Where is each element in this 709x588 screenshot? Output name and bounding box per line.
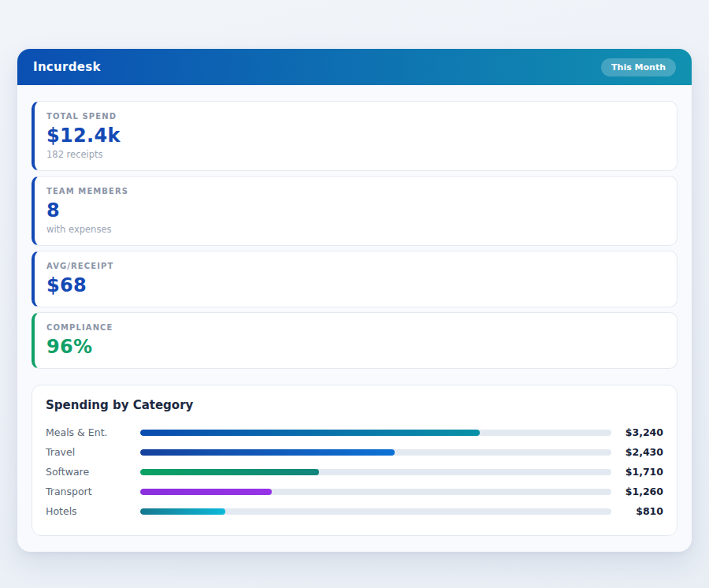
app-title: Incurdesk: [33, 60, 101, 74]
dashboard-panel: Incurdesk This Month TOTAL SPEND $12.4k …: [17, 49, 692, 552]
stat-card-team-members: TEAM MEMBERS 8 with expenses: [32, 176, 677, 246]
bar-fill: [140, 489, 272, 495]
stat-value: $12.4k: [46, 125, 663, 147]
chart-row-software: Software $1,710: [46, 462, 663, 482]
chart-row-hotels: Hotels $810: [46, 501, 663, 521]
stat-value: $68: [46, 274, 663, 296]
stat-card-compliance: COMPLIANCE 96%: [32, 312, 677, 369]
category-value: $2,430: [611, 446, 663, 458]
stat-value: 96%: [46, 336, 663, 358]
category-label: Meals & Ent.: [46, 426, 140, 438]
category-label: Transport: [46, 486, 140, 497]
spending-by-category-chart: Spending by Category Meals & Ent. $3,240…: [32, 385, 677, 536]
stat-label: AVG/RECEIPT: [46, 262, 663, 270]
bar-fill: [140, 469, 319, 475]
bar-fill: [140, 508, 225, 515]
stat-sub: 182 receipts: [46, 149, 663, 160]
stat-sub: with expenses: [46, 224, 663, 235]
chart-row-meals: Meals & Ent. $3,240: [46, 422, 663, 442]
bar-fill: [140, 449, 395, 456]
category-value: $1,260: [611, 486, 663, 497]
category-label: Hotels: [46, 505, 140, 517]
stat-label: TOTAL SPEND: [46, 112, 663, 121]
bar-track: [140, 489, 611, 495]
stat-value: 8: [46, 199, 663, 221]
stat-card-total-spend: TOTAL SPEND $12.4k 182 receipts: [32, 101, 677, 171]
category-value: $810: [611, 505, 663, 517]
category-label: Software: [46, 466, 140, 478]
bar-track: [140, 508, 611, 515]
bar-track: [140, 449, 611, 456]
category-value: $1,710: [611, 466, 663, 478]
bar-track: [140, 430, 611, 436]
chart-row-travel: Travel $2,430: [46, 442, 663, 462]
stat-label: COMPLIANCE: [46, 323, 663, 332]
panel-body: TOTAL SPEND $12.4k 182 receipts TEAM MEM…: [17, 85, 692, 552]
stat-label: TEAM MEMBERS: [46, 187, 663, 195]
category-label: Travel: [46, 446, 140, 458]
bar-track: [140, 469, 611, 475]
app-header: Incurdesk This Month: [17, 49, 692, 85]
chart-row-transport: Transport $1,260: [46, 482, 663, 501]
bar-fill: [140, 430, 480, 436]
stat-card-avg-receipt: AVG/RECEIPT $68: [32, 251, 677, 307]
chart-title: Spending by Category: [46, 398, 663, 412]
category-value: $3,240: [611, 426, 663, 438]
period-badge[interactable]: This Month: [601, 58, 676, 76]
